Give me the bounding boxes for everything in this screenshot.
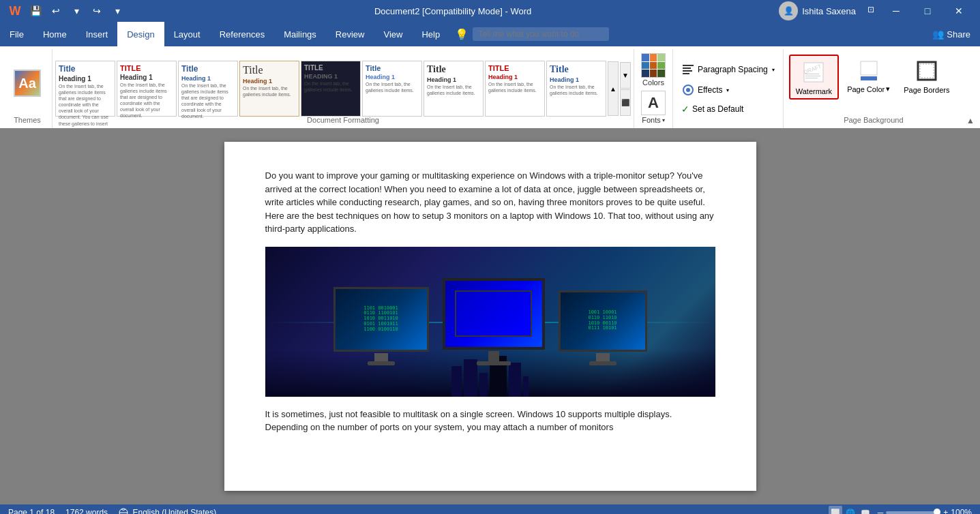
gi-h1-2: Heading 1 [120, 74, 173, 81]
set-as-default-button[interactable]: ✓ Set as Default [679, 102, 777, 117]
status-left: Page 1 of 18 1762 words English (United … [8, 508, 216, 514]
menu-home[interactable]: Home [33, 22, 76, 46]
colors-button[interactable]: Colors [638, 52, 668, 88]
gi-h1-5: HEADING 1 [304, 73, 357, 80]
customize-qa-button[interactable]: ▾ [108, 1, 127, 20]
menu-insert[interactable]: Insert [76, 22, 118, 46]
menu-design[interactable]: Design [117, 22, 164, 46]
maximize-button[interactable]: □ [912, 0, 943, 22]
menu-file[interactable]: File [0, 22, 33, 46]
gi-h1-6: Heading 1 [366, 74, 419, 80]
quick-access-toolbar: W 💾 ↩ ▾ ↪ ▾ [5, 1, 127, 20]
page-indicator: Page 1 of 18 [8, 508, 55, 514]
gi-lines-7: On the Insert tab, the galleries include… [427, 84, 480, 96]
page-borders-label: Page Borders [904, 86, 949, 94]
menu-view[interactable]: View [374, 22, 412, 46]
watermark-button[interactable]: DRAFT Watermark [789, 55, 839, 100]
share-button[interactable]: 👥 Share [923, 22, 980, 46]
monitor-screen-center [443, 278, 545, 350]
page-color-button[interactable]: Page Color ▾ [842, 55, 895, 96]
document-page[interactable]: Do you want to improve your gaming or mu… [224, 142, 756, 491]
fonts-label: Fonts ▾ [642, 116, 665, 124]
web-layout-view-button[interactable]: 🌐 [844, 506, 857, 514]
gi-title-7: Title [427, 64, 480, 75]
zoom-slider[interactable] [886, 511, 940, 514]
gi-title-5: TITLE [304, 64, 357, 72]
gi-h1-8: Heading 1 [488, 74, 541, 80]
gi-lines-8: On the Insert tab, the galleries include… [488, 81, 541, 93]
watermark-icon: DRAFT [800, 59, 827, 86]
menu-help[interactable]: Help [412, 22, 449, 46]
redo-button[interactable]: ↪ [87, 1, 106, 20]
ribbon-content: Aa Themes Title Heading 1 On the Insert … [0, 46, 980, 128]
menu-references[interactable]: References [210, 22, 274, 46]
themes-button[interactable]: Aa [8, 52, 46, 115]
watermark-label: Watermark [796, 87, 832, 95]
gallery-item-6[interactable]: Title Heading 1 On the Insert tab, the g… [362, 61, 422, 117]
gallery-scroll-down[interactable]: ▼ [620, 62, 631, 89]
monitor-stand-right [596, 353, 610, 361]
color-swatch [657, 54, 665, 61]
menu-mailings[interactable]: Mailings [274, 22, 326, 46]
zoom-out-button[interactable]: ─ [878, 508, 884, 514]
ribbon-collapse-button[interactable]: ▲ [964, 116, 977, 128]
user-avatar[interactable]: 👤 [779, 1, 798, 20]
word-logo-icon: W [5, 1, 25, 20]
svg-rect-8 [805, 74, 819, 74]
save-button[interactable]: 💾 [26, 1, 45, 20]
gallery-more[interactable]: ⬛ [620, 89, 631, 116]
monitor-left: 1101 00100010110 11001011010 00110100101… [333, 287, 429, 365]
menu-review[interactable]: Review [326, 22, 374, 46]
read-mode-button[interactable]: 📖 [859, 506, 872, 514]
effects-button[interactable]: Effects ▾ [679, 81, 777, 99]
gallery-item-9[interactable]: Title Heading 1 On the Insert tab, the g… [546, 61, 606, 117]
monitor-base-right [589, 361, 617, 365]
zoom-control[interactable]: ─ + 100% [878, 508, 972, 514]
color-swatch [650, 62, 657, 70]
paragraph-spacing-label: Paragraph Spacing [698, 65, 768, 74]
themes-icon: Aa [14, 70, 41, 97]
menu-bar: File Home Insert Design Layout Reference… [0, 22, 980, 46]
gallery-item-7[interactable]: Title Heading 1 On the Insert tab, the g… [424, 61, 484, 117]
close-button[interactable]: ✕ [943, 0, 975, 22]
zoom-in-button[interactable]: + [943, 508, 948, 514]
gallery-item-4[interactable]: Title Heading 1 On the Insert tab, the g… [239, 61, 299, 117]
svg-rect-3 [683, 73, 689, 74]
gi-h1-9: Heading 1 [550, 76, 603, 83]
gallery-item-2[interactable]: TITLE Heading 1 On the Insert tab, the g… [117, 61, 177, 117]
color-swatch [642, 70, 649, 77]
menu-layout[interactable]: Layout [164, 22, 210, 46]
color-swatch [642, 62, 649, 70]
gi-h1-4: Heading 1 [243, 78, 296, 85]
minimize-button[interactable]: ─ [880, 0, 912, 22]
window-title: Document2 [Compatibility Mode] - Word [127, 6, 779, 16]
language-indicator[interactable]: English (United States) [119, 508, 216, 514]
effects-icon [681, 83, 695, 97]
undo-button[interactable]: ↩ [46, 1, 65, 20]
page-borders-button[interactable]: Page Borders [898, 55, 955, 97]
print-layout-view-button[interactable]: ⬜ [829, 506, 842, 514]
page-borders-icon [913, 57, 940, 85]
color-swatch [650, 70, 657, 77]
monitor-right: 1001 100010110 110101010 001100111 10101 [559, 290, 647, 365]
undo-dropdown[interactable]: ▾ [67, 1, 86, 20]
gallery-item-1[interactable]: Title Heading 1 On the Insert tab, the g… [55, 61, 115, 117]
fonts-button[interactable]: A Fonts ▾ [638, 89, 668, 125]
binary-overlay-left: 1101 00100010110 11001011010 00110100101… [363, 306, 398, 332]
page-color-icon [855, 57, 882, 85]
gallery-item-8[interactable]: TITLE Heading 1 On the Insert tab, the g… [485, 61, 545, 117]
svg-rect-11 [861, 61, 877, 75]
restore-window-button[interactable]: ⊡ [861, 0, 880, 19]
search-input[interactable] [473, 27, 609, 41]
svg-rect-9 [805, 76, 820, 76]
effects-arrow: ▾ [726, 87, 729, 93]
color-swatch [657, 70, 665, 77]
page-background-buttons: DRAFT Watermark [789, 52, 958, 115]
gi-lines-4: On the Insert tab, the galleries include… [243, 85, 296, 97]
gallery-item-5[interactable]: TITLE HEADING 1 On the Insert tab, the g… [301, 61, 361, 117]
svg-rect-13 [918, 62, 936, 80]
gallery-item-3[interactable]: Title Heading 1 On the Insert tab, the g… [178, 61, 238, 117]
gallery-scroll-up[interactable]: ▲ [608, 61, 619, 116]
paragraph-spacing-button[interactable]: Paragraph Spacing ▾ [679, 61, 777, 78]
gi-h1-3: Heading 1 [181, 75, 235, 82]
